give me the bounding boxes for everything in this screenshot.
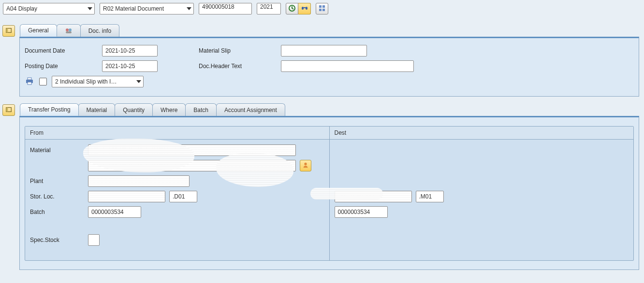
svg-rect-15 [28,82,31,85]
tab-material-label: Material [87,107,107,113]
spec-stock-label: Spec.Stock [30,237,88,243]
svg-rect-7 [322,9,325,11]
from-label: From [30,129,44,136]
tab-partner[interactable] [57,24,81,37]
collapse-icon [5,27,12,35]
svg-point-10 [66,28,69,31]
execute-icon [288,4,296,14]
action-select-value: A04 Display [6,5,37,12]
stor-loc-label: Stor. Loc. [30,193,88,200]
chevron-down-icon [136,80,141,83]
execute-button[interactable] [286,3,298,14]
from-stor-loc-desc-input[interactable] [88,191,165,202]
binoculars-icon [301,4,308,14]
svg-rect-1 [302,7,304,10]
doc-number-input[interactable]: 4900005018 [199,3,252,14]
svg-rect-9 [6,28,8,32]
year-value: 2021 [260,3,273,10]
tab-general[interactable]: General [20,24,57,37]
person-search-icon [302,162,309,170]
overview-button[interactable] [316,3,328,14]
document-date-label: Document Date [25,47,102,54]
grid-icon [318,4,326,14]
document-date-value: 2021-10-25 [105,47,135,54]
tab-quantity[interactable]: Quantity [115,103,153,116]
from-spec-stock-input[interactable] [88,234,100,246]
chevron-down-icon [187,7,191,10]
svg-rect-14 [28,78,31,80]
from-batch-value: 0000003534 [91,209,124,215]
print-checkbox[interactable] [39,78,47,85]
chevron-down-icon [88,7,92,10]
doc-type-select-value: R02 Material Document [103,5,164,12]
plant-label: Plant [30,178,88,184]
collapse-header-button[interactable] [2,25,15,37]
tab-transfer-posting-label: Transfer Posting [28,106,71,113]
printer-icon [25,77,34,87]
svg-rect-4 [319,5,322,8]
svg-rect-12 [66,31,72,33]
svg-rect-2 [306,7,307,10]
dest-stor-loc-code-input[interactable]: .M01 [416,191,444,202]
svg-rect-5 [322,5,325,8]
dest-batch-value: 0000003534 [338,209,370,215]
from-header: From [25,127,329,140]
svg-point-18 [304,162,307,165]
doc-number-value: 4900005018 [202,3,234,10]
partner-icon [65,27,73,35]
svg-rect-6 [319,9,322,11]
doc-header-text-label: Doc.Header Text [199,63,281,70]
material-search-button[interactable] [300,160,311,171]
tab-general-label: General [28,27,49,34]
from-stor-loc-code-value: .D01 [173,193,185,200]
tab-transfer-posting[interactable]: Transfer Posting [20,103,79,116]
slip-type-select[interactable]: 2 Individual Slip with I… [52,76,144,87]
batch-label: Batch [30,209,88,215]
dest-stor-loc-code-value: .M01 [419,193,432,200]
posting-date-value: 2021-10-25 [105,63,135,70]
tab-where[interactable]: Where [152,103,186,116]
redacted-overlay [310,188,383,199]
action-select[interactable]: A04 Display [3,3,95,14]
material-slip-label: Material Slip [199,47,281,54]
svg-rect-17 [6,107,8,112]
dest-label: Dest [335,129,347,136]
collapse-icon [5,106,12,114]
from-plant-input[interactable] [88,175,190,187]
tab-doc-info-label: Doc. info [88,28,111,34]
tab-where-label: Where [161,107,177,113]
material-label: Material [30,147,88,154]
posting-date-input[interactable]: 2021-10-25 [102,60,158,72]
svg-rect-3 [304,7,306,8]
from-batch-input[interactable]: 0000003534 [88,206,141,218]
svg-point-11 [69,28,72,31]
dest-header: Dest [330,127,634,140]
slip-type-value: 2 Individual Slip with I… [55,78,117,85]
tab-quantity-label: Quantity [123,107,145,113]
posting-date-label: Posting Date [25,63,102,70]
from-stor-loc-code-input[interactable]: .D01 [169,191,197,202]
tab-batch[interactable]: Batch [185,103,217,116]
collapse-detail-button[interactable] [2,104,15,116]
tab-account-assignment-label: Account Assignment [224,107,277,113]
material-slip-input[interactable] [281,45,367,57]
doc-header-text-input[interactable] [281,60,414,72]
find-button[interactable] [298,3,311,14]
tab-batch-label: Batch [193,107,208,113]
year-input[interactable]: 2021 [257,3,281,14]
tab-material[interactable]: Material [78,103,116,116]
tab-account-assignment[interactable]: Account Assignment [216,103,285,116]
document-date-input[interactable]: 2021-10-25 [102,45,158,57]
doc-type-select[interactable]: R02 Material Document [100,3,194,14]
dest-batch-input[interactable]: 0000003534 [335,206,388,218]
tab-doc-info[interactable]: Doc. info [80,24,119,37]
